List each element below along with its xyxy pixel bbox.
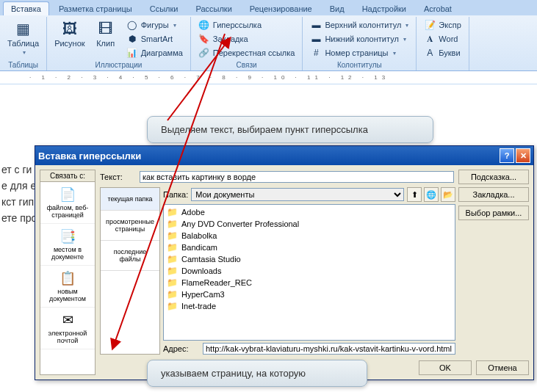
frame-button[interactable]: Выбор рамки... <box>458 206 529 220</box>
group-links-label: Связи <box>195 59 298 70</box>
file-list[interactable]: 📁Adobe 📁Any DVD Converter Professional 📁… <box>163 204 455 341</box>
tab-addins[interactable]: Надстройки <box>354 1 414 15</box>
footer-button[interactable]: ▬Нижний колонтитул <box>307 32 411 46</box>
group-headers: ▬Верхний колонтитул ▬Нижний колонтитул #… <box>303 17 417 70</box>
group-links: 🌐Гиперссылка 🔖Закладка 🔗Перекрестная ссы… <box>191 17 303 70</box>
tab-insert[interactable]: Вставка <box>3 1 49 15</box>
folder-icon: 📁 <box>167 254 178 264</box>
clip-button[interactable]: 🎞 Клип <box>93 18 119 49</box>
folder-icon: 📁 <box>167 219 178 229</box>
address-label: Адрес: <box>163 344 198 353</box>
close-button[interactable]: ✕ <box>516 148 530 163</box>
ribbon-tabs: Вставка Разметка страницы Ссылки Рассылк… <box>0 0 537 15</box>
tab-review[interactable]: Рецензирование <box>242 1 320 15</box>
list-item[interactable]: 📁Inet-trade <box>165 300 453 312</box>
crossref-icon: 🔗 <box>198 47 210 59</box>
folder-icon: 📁 <box>167 242 178 253</box>
cancel-button[interactable]: Отмена <box>476 360 529 375</box>
group-headers-label: Колонтитулы <box>307 59 411 70</box>
browse-file-button[interactable]: 📂 <box>441 187 455 202</box>
folder-icon: 📁 <box>167 289 178 300</box>
dropcap-button[interactable]: AБукви <box>421 46 464 59</box>
ruler: · 1 · 2 · 3 · 4 · 5 · 6 · 7 · 8 · 9 · 10… <box>0 71 537 84</box>
display-text-input[interactable] <box>140 171 454 183</box>
table-label: Таблица <box>7 39 39 48</box>
list-item[interactable]: 📁Camtasia Studio <box>165 253 453 265</box>
group-tables-label: Таблицы <box>4 59 42 70</box>
bookmark-button[interactable]: 🔖Закладка <box>195 32 298 46</box>
view-current-folder[interactable]: текущая папка <box>101 188 159 211</box>
folder-icon: 📁 <box>167 207 178 217</box>
tab-layout[interactable]: Разметка страницы <box>51 1 140 15</box>
group-tables: ▦ Таблица Таблицы <box>0 17 47 70</box>
list-item[interactable]: 📁HyperCam3 <box>165 288 453 300</box>
crossref-button[interactable]: 🔗Перекрестная ссылка <box>195 46 298 59</box>
globe-icon: 🌐 <box>198 19 210 31</box>
bookmark-dlg-button[interactable]: Закладка... <box>458 187 529 202</box>
folder-icon: 📁 <box>167 231 178 241</box>
help-button[interactable]: ? <box>500 148 514 163</box>
newdoc-icon: 📋 <box>60 270 76 286</box>
insert-hyperlink-dialog: Вставка гиперссылки ? ✕ Связать с: 📄файл… <box>35 145 534 380</box>
email-icon: ✉ <box>62 312 73 328</box>
folder-icon: 📁 <box>167 277 178 288</box>
shapes-button[interactable]: ◯Фигуры <box>123 18 186 32</box>
chart-icon: 📊 <box>126 47 138 59</box>
folder-select[interactable]: Мои документы <box>191 188 404 201</box>
link-to-label: Связать с: <box>40 170 95 182</box>
link-to-new[interactable]: 📋новым документом <box>40 266 95 308</box>
header-button[interactable]: ▬Верхний колонтитул <box>307 18 411 32</box>
list-item[interactable]: 📁Any DVD Converter Professional <box>165 218 453 230</box>
tab-mailings[interactable]: Рассылки <box>187 1 239 15</box>
callout-target-page: указываем страницу, на которую <box>147 360 367 387</box>
folder-label: Папка: <box>163 190 188 199</box>
link-to-email[interactable]: ✉электронной почтой <box>40 308 95 349</box>
picture-icon: 🖼 <box>60 20 80 37</box>
chart-button[interactable]: 📊Диаграмма <box>123 46 186 59</box>
ok-button[interactable]: OK <box>419 360 472 375</box>
bookmark-icon: 🔖 <box>198 33 210 45</box>
pagenum-button[interactable]: #Номер страницы <box>307 46 411 59</box>
smartart-button[interactable]: ⬢SmartArt <box>123 32 186 46</box>
hyperlink-button[interactable]: 🌐Гиперссылка <box>195 18 298 32</box>
smartart-icon: ⬢ <box>126 33 138 45</box>
express-button[interactable]: 📝Экспр <box>421 18 464 32</box>
textbox-icon: 📝 <box>424 19 436 31</box>
folder-icon: 📁 <box>167 301 178 311</box>
view-browsed-pages[interactable]: просмотренные страницы <box>101 211 159 241</box>
hint-button[interactable]: Подсказка... <box>458 170 529 184</box>
clip-icon: 🎞 <box>95 20 116 37</box>
browse-web-button[interactable]: 🌐 <box>424 187 439 202</box>
clip-label: Клип <box>96 39 115 48</box>
wordart-icon: 𝐀 <box>424 33 436 45</box>
callout-select-text: Выделяем текст, выбираем пункт гиперссыл… <box>147 116 433 143</box>
picture-button[interactable]: 🖼 Рисунок <box>51 18 88 49</box>
dialog-title: Вставка гиперссылки <box>38 150 141 161</box>
list-item[interactable]: 📁Adobe <box>165 206 453 218</box>
list-item[interactable]: 📁Bandicam <box>165 242 453 253</box>
view-recent-files[interactable]: последние файлы <box>101 241 159 271</box>
header-icon: ▬ <box>310 19 322 31</box>
tab-acrobat[interactable]: Acrobat <box>416 1 460 15</box>
shapes-icon: ◯ <box>126 19 138 31</box>
ribbon: Вставка Разметка страницы Ссылки Рассылк… <box>0 0 537 71</box>
table-icon: ▦ <box>13 20 34 37</box>
link-to-place[interactable]: 📑местом в документе <box>40 224 95 266</box>
folder-icon: 📁 <box>167 266 178 276</box>
tab-view[interactable]: Вид <box>322 1 353 15</box>
dialog-titlebar[interactable]: Вставка гиперссылки ? ✕ <box>35 146 533 165</box>
wordart-button[interactable]: 𝐀Word <box>421 32 464 46</box>
group-illustrations: 🖼 Рисунок 🎞 Клип ◯Фигуры ⬢SmartArt 📊Диаг… <box>47 17 191 70</box>
pagenum-icon: # <box>310 47 322 59</box>
list-item[interactable]: 📁Balabolka <box>165 230 453 242</box>
address-input[interactable] <box>203 343 455 355</box>
table-button[interactable]: ▦ Таблица <box>4 18 42 57</box>
list-item[interactable]: 📁Downloads <box>165 265 453 277</box>
text-label: Текст: <box>100 173 135 181</box>
link-to-panel: Связать с: 📄файлом, веб-страницей 📑место… <box>40 170 95 375</box>
list-item[interactable]: 📁FlameReader_REC <box>165 277 453 288</box>
file-web-icon: 📄 <box>60 186 76 203</box>
tab-references[interactable]: Ссылки <box>142 1 187 15</box>
link-to-file[interactable]: 📄файлом, веб-страницей <box>40 182 95 224</box>
up-folder-button[interactable]: ⬆ <box>407 187 422 202</box>
